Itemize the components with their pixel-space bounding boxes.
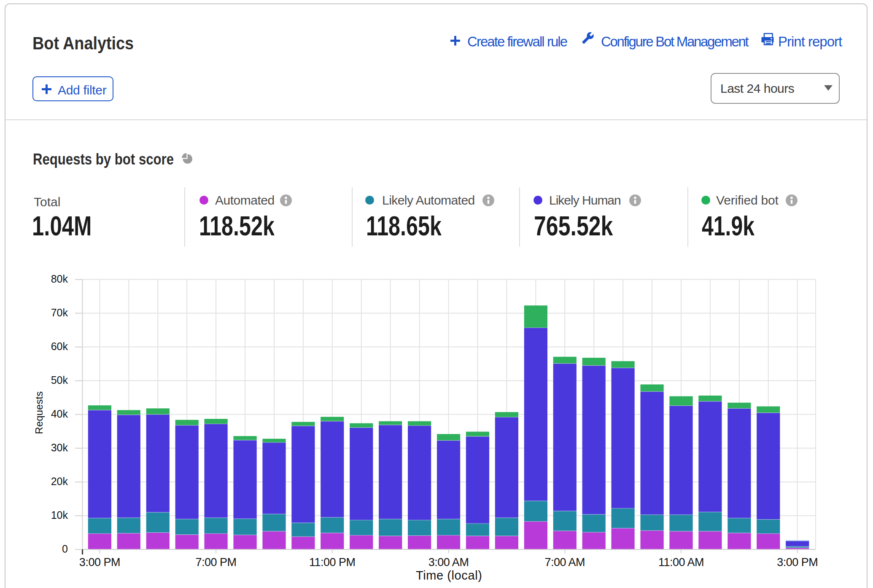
svg-text:70k: 70k bbox=[51, 307, 68, 318]
svg-text:10k: 10k bbox=[51, 509, 68, 521]
svg-text:7:00 PM: 7:00 PM bbox=[196, 556, 237, 569]
svg-text:80k: 80k bbox=[51, 273, 68, 285]
svg-text:3:00 PM: 3:00 PM bbox=[79, 556, 120, 569]
svg-text:11:00 AM: 11:00 AM bbox=[658, 556, 704, 569]
svg-text:20k: 20k bbox=[51, 475, 68, 487]
svg-text:Requests: Requests bbox=[33, 391, 45, 434]
svg-text:11:00 PM: 11:00 PM bbox=[309, 556, 356, 569]
svg-text:40k: 40k bbox=[51, 408, 68, 420]
svg-text:60k: 60k bbox=[51, 340, 68, 352]
svg-text:0: 0 bbox=[62, 543, 68, 555]
svg-text:3:00 PM: 3:00 PM bbox=[777, 556, 818, 569]
svg-text:30k: 30k bbox=[51, 442, 68, 453]
svg-text:50k: 50k bbox=[51, 374, 68, 386]
svg-text:Time (local): Time (local) bbox=[416, 569, 482, 582]
svg-text:3:00 AM: 3:00 AM bbox=[428, 556, 469, 569]
svg-text:7:00 AM: 7:00 AM bbox=[545, 556, 585, 569]
